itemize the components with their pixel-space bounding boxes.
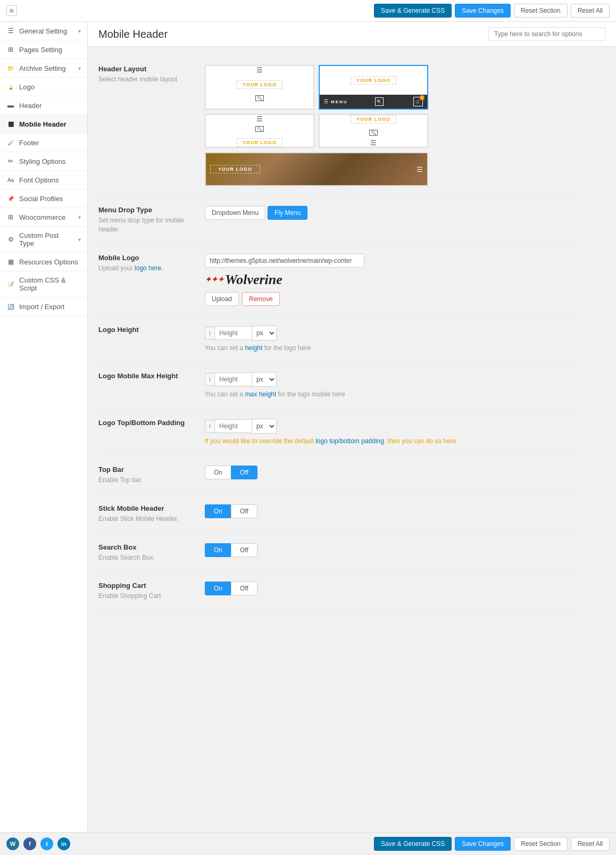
menu-drop-type-row: Menu Drop Type Set menu drop type for mo… [98,196,577,244]
menu-drop-type-title: Menu Drop Type [98,206,194,214]
sidebar-label-header: Header [19,102,42,110]
save-changes-button-top[interactable]: Save Changes [455,4,511,18]
shopping-cart-on-button[interactable]: On [205,582,231,595]
search-input[interactable] [488,27,605,41]
sidebar-item-import-export[interactable]: Import / Export [0,297,87,316]
sidebar-label-woocommerce: Woocommerce [19,213,65,221]
shopping-cart-title: Shopping Cart [98,582,194,590]
wordpress-icon[interactable]: W [6,837,19,850]
menu-bar-2: ☰ MENU 🔍 🛒 1 [320,95,427,109]
logo-top-bottom-padding-row: Logo Top/Bottom Padding I px em % [98,409,577,456]
search-box-on-button[interactable]: On [205,543,231,557]
logo-height-control: I px em % You can set a height for the l… [205,326,577,353]
sidebar-label-custom-post-type: Custom Post Type [19,231,74,247]
logo-padding-unit-select[interactable]: px em % [252,419,277,434]
logo-padding-input[interactable] [214,419,252,433]
menu-drop-type-label: Menu Drop Type Set menu drop type for mo… [98,206,205,234]
reset-all-button-bottom[interactable]: Reset All [571,837,610,851]
shopping-cart-desc: Enable Shopping Cart [98,592,194,601]
facebook-icon[interactable]: f [23,837,36,850]
height-icon-padding: I [205,420,214,433]
sidebar-item-woocommerce[interactable]: Woocommerce ▾ [0,208,87,227]
header-layout-row: Header Layout Select header mobile layou… [98,55,577,196]
top-bar-control: On Off [205,466,577,479]
upload-button[interactable]: Upload [205,292,239,306]
sidebar-item-custom-css-script[interactable]: Custom CSS & Script [0,271,87,297]
mobile-icon [6,120,15,128]
cart-icon-2: 🛒 1 [413,97,423,106]
logo-top-bottom-padding-label: Logo Top/Bottom Padding [98,419,205,429]
fly-menu-button[interactable]: Fly Menu [268,206,307,220]
mobile-logo-url-input[interactable] [205,254,364,268]
sidebar-label-pages-setting: Pages Setting [19,46,62,54]
shopping-cart-row: Shopping Cart Enable Shopping Cart On Of… [98,572,577,611]
search-box-label: Search Box Enable Search Box. [98,543,205,562]
top-bar-desc: Enable Top bar. [98,476,194,485]
linkedin-icon[interactable]: in [57,837,70,850]
logo-top-bottom-padding-title: Logo Top/Bottom Padding [98,419,194,427]
sidebar-label-footer: Footer [19,139,39,147]
header-layout-title: Header Layout [98,65,194,73]
logo-height-input[interactable] [214,326,252,340]
save-generate-css-button-bottom[interactable]: Save & Generate CSS [374,837,452,851]
reset-section-button-bottom[interactable]: Reset Section [514,837,568,851]
shopping-cart-control: On Off [205,582,577,595]
hamburger-icon-5: ☰ [417,165,423,173]
sidebar-item-archive-setting[interactable]: Archive Setting ▾ [0,59,87,78]
logo-action-buttons: Upload Remove [205,292,577,306]
logo-mobile-max-height-unit-select[interactable]: px em % [252,372,277,387]
sidebar-item-custom-post-type[interactable]: Custom Post Type ▾ [0,227,87,253]
sidebar-item-footer[interactable]: Footer [0,134,87,152]
layout-option-4[interactable]: YOUR LOGO 🔍 ☰ [319,114,428,148]
sidebar-item-social-profiles[interactable]: Social Profiles [0,189,87,208]
stick-mobile-on-button[interactable]: On [205,504,231,518]
search-box-control: On Off [205,543,577,557]
logo-mark: ✦✦✦ [205,275,224,284]
layout-option-1[interactable]: ☰ YOUR LOGO 🔍 [205,65,314,110]
stick-mobile-header-toggle: On Off [205,504,577,518]
sidebar-label-mobile-header: Mobile Header [19,120,66,128]
layout-option-5[interactable]: YOUR LOGO ☰ [205,152,428,186]
remove-button[interactable]: Remove [242,292,280,306]
top-bar-row: Top Bar Enable Top bar. On Off [98,456,577,495]
save-generate-css-button-top[interactable]: Save & Generate CSS [374,4,452,18]
header-layout-control: ☰ YOUR LOGO 🔍 [205,65,577,186]
sidebar-item-pages-setting[interactable]: Pages Setting [0,40,87,59]
sidebar-item-header[interactable]: Header [0,96,87,115]
shopping-cart-off-button[interactable]: Off [231,582,257,595]
cart-badge: 1 [420,95,424,100]
logo-mobile-max-height-input-group: I px em % [205,372,577,387]
save-changes-button-bottom[interactable]: Save Changes [455,837,511,851]
logo-mobile-max-height-input[interactable] [214,372,252,386]
top-bar-on-button[interactable]: On [205,466,231,479]
layout-option-2[interactable]: YOUR LOGO ☰ MENU 🔍 🛒 1 [319,65,428,110]
stick-mobile-off-button[interactable]: Off [231,504,257,518]
logo-top-bottom-padding-control: I px em % If you would like to override … [205,419,577,446]
layout-option-3[interactable]: ☰ 🔍 YOUR LOGO [205,114,314,148]
search-icon-1: 🔍 [255,95,264,101]
mobile-logo-label: Mobile Logo Upload your logo here. [98,254,205,273]
top-bar-off-button[interactable]: Off [231,466,257,479]
twitter-icon[interactable]: t [40,837,53,850]
top-bar-toggle: On Off [205,466,577,479]
logo-link[interactable]: logo here. [135,264,163,272]
dropdown-menu-button[interactable]: Dropdown Menu [205,206,265,220]
sidebar-item-logo[interactable]: Logo [0,78,87,96]
logo-height-unit-select[interactable]: px em % [252,326,277,341]
sidebar-item-mobile-header[interactable]: Mobile Header [0,115,87,134]
sidebar-item-general-setting[interactable]: General Setting ▾ [0,22,87,40]
reset-section-button-top[interactable]: Reset Section [514,4,568,18]
sidebar-item-styling-options[interactable]: Styling Options [0,152,87,171]
mobile-logo-title: Mobile Logo [98,254,194,262]
styling-icon [6,157,15,165]
header-layout-grid: ☰ YOUR LOGO 🔍 [205,65,428,186]
sidebar-item-font-options[interactable]: Font Options [0,171,87,189]
sidebar-item-resources-options[interactable]: Resources Options [0,253,87,271]
sidebar-label-general-setting: General Setting [19,27,67,35]
search-box-row: Search Box Enable Search Box. On Off [98,534,577,572]
reset-all-button-top[interactable]: Reset All [571,4,610,18]
archive-icon [6,64,15,72]
search-icon-3: 🔍 [255,126,264,132]
search-box-off-button[interactable]: Off [231,543,257,557]
pages-icon [6,45,15,54]
